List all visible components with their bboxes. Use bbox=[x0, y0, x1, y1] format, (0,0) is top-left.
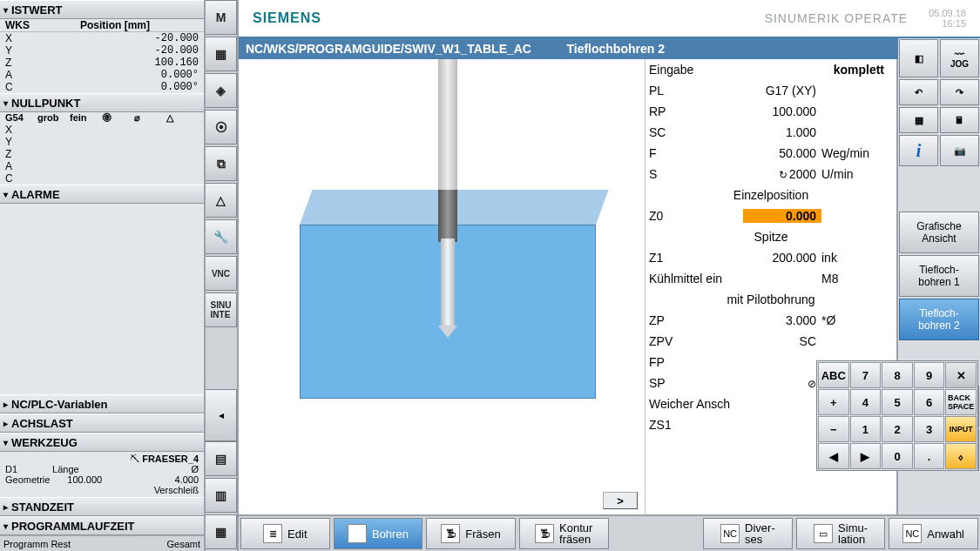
cycle-visualization: > bbox=[239, 59, 645, 514]
bottom-softkey[interactable]: ≣Edit bbox=[240, 518, 330, 549]
numeric-keypad: ABC789✕+456BACK SPACE−123INPUT◀▶0.⬨ bbox=[816, 360, 978, 471]
jog-button[interactable]: 〰JOG bbox=[940, 39, 979, 77]
keypad-key[interactable]: 6 bbox=[914, 389, 945, 415]
keypad-key[interactable]: . bbox=[914, 443, 945, 469]
keypad-key[interactable]: 8 bbox=[882, 362, 913, 388]
tool-button-10[interactable]: ▤ bbox=[206, 441, 237, 476]
keypad-key[interactable]: ◀ bbox=[818, 443, 849, 469]
top-bar: SIEMENS SINUMERIK OPERATE 05.09.1816:15 bbox=[239, 0, 980, 38]
keypad-key[interactable]: 9 bbox=[914, 362, 945, 388]
tool-button-1[interactable]: ▦ bbox=[206, 37, 237, 71]
form-row[interactable]: Einzelposition bbox=[645, 185, 896, 205]
bottom-softkey[interactable]: 🗜Kontur fräsen bbox=[519, 518, 609, 549]
keypad-key[interactable]: 2 bbox=[882, 416, 913, 442]
softkey bbox=[899, 168, 979, 210]
bottom-softkey[interactable]: ▭Simu- lation bbox=[796, 518, 886, 549]
program-path: NC/WKS/PROGRAMGUIDE/SWIV_W1_TABLE_AC bbox=[246, 42, 531, 56]
form-row[interactable]: ZP3.000*Ø bbox=[645, 310, 896, 331]
ncplc-header[interactable]: ▸NC/PLC-Variablen bbox=[0, 394, 204, 413]
tool-column: M▦◈⦿⧉△🔧VNCSINU INTE◂▤▥▦ bbox=[206, 0, 239, 551]
keypad-key[interactable]: 0 bbox=[882, 443, 913, 469]
form-row[interactable]: PLG17 (XY) bbox=[645, 80, 896, 101]
keypad-key[interactable]: ⬨ bbox=[945, 443, 977, 469]
form-row[interactable]: SC1.000 bbox=[645, 122, 896, 143]
tool-button-4[interactable]: ⧉ bbox=[206, 146, 237, 181]
form-row[interactable]: Spitze bbox=[645, 226, 896, 247]
form-row[interactable]: F50.000Weg/min bbox=[645, 143, 896, 164]
bottom-softkey[interactable]: NCAnwahl bbox=[889, 518, 978, 549]
calc-button[interactable]: 🖩 bbox=[940, 107, 979, 133]
left-panel: ▾ISTWERT WKSPosition [mm] X-20.000Y-20.0… bbox=[0, 0, 206, 551]
form-row[interactable]: Kühlmittel einM8 bbox=[645, 268, 896, 289]
axis-row: A0.000° bbox=[0, 69, 204, 81]
keypad-key[interactable]: 5 bbox=[882, 389, 913, 415]
keypad-key[interactable]: ABC bbox=[818, 362, 849, 388]
tool-button-0[interactable]: M bbox=[206, 0, 237, 35]
collapse-button[interactable]: ◂ bbox=[206, 389, 237, 441]
tool-button-6[interactable]: 🔧 bbox=[206, 219, 237, 254]
keypad-key[interactable]: ✕ bbox=[945, 362, 977, 388]
alarme-header[interactable]: ▾ALARME bbox=[0, 185, 204, 204]
werkzeug-header[interactable]: ▾WERKZEUG bbox=[0, 433, 204, 452]
tool-button-8[interactable]: SINU INTE bbox=[206, 292, 237, 327]
tool-button-5[interactable]: △ bbox=[206, 183, 237, 218]
tool-button-2[interactable]: ◈ bbox=[206, 73, 237, 108]
softkey[interactable]: Grafische Ansicht bbox=[899, 212, 979, 253]
bottom-softkey[interactable]: 🗜Fräsen bbox=[426, 518, 516, 549]
keypad-key[interactable]: − bbox=[818, 416, 849, 442]
nullpunkt-header[interactable]: ▾NULLPUNKT bbox=[0, 93, 204, 112]
keypad-key[interactable]: BACK SPACE bbox=[945, 389, 977, 415]
redo-button[interactable]: ↷ bbox=[940, 79, 979, 105]
tool-button-11[interactable]: ▥ bbox=[206, 478, 237, 513]
form-row[interactable]: RP100.000 bbox=[645, 101, 896, 122]
mode-button[interactable]: ◧ bbox=[899, 39, 938, 77]
achslast-header[interactable]: ▸ACHSLAST bbox=[0, 413, 204, 433]
keypad-key[interactable]: INPUT bbox=[945, 416, 977, 442]
axis-row: Y-20.000 bbox=[0, 44, 204, 57]
form-row[interactable]: mit Pilotbohrung bbox=[645, 289, 896, 310]
scroll-right-button[interactable]: > bbox=[603, 492, 638, 509]
keypad-key[interactable]: 1 bbox=[850, 416, 882, 442]
keypad-key[interactable]: + bbox=[818, 389, 849, 415]
cycle-title: Tieflochbohren 2 bbox=[566, 42, 665, 56]
axis-row: X-20.000 bbox=[0, 32, 204, 44]
bottom-softkeys: ≣Edit⛏Bohren🗜Fräsen🗜Kontur fräsenNCDiver… bbox=[239, 514, 980, 551]
softkey[interactable]: Tiefloch- bohren 1 bbox=[899, 255, 979, 297]
softkey[interactable]: Tiefloch- bohren 2 bbox=[899, 299, 979, 340]
bottom-softkey bbox=[612, 518, 700, 549]
bottom-softkey[interactable]: ⛏Bohren bbox=[334, 518, 423, 549]
keypad-key[interactable]: 3 bbox=[914, 416, 945, 442]
bottom-softkey[interactable]: NCDiver- ses bbox=[703, 518, 793, 549]
form-row[interactable]: S2000U/min bbox=[645, 164, 896, 185]
clock: 05.09.1816:15 bbox=[929, 8, 966, 29]
form-row[interactable]: ZPVSC bbox=[645, 331, 896, 352]
camera-button[interactable]: 📷 bbox=[940, 135, 979, 166]
istwert-header[interactable]: ▾ISTWERT bbox=[0, 0, 204, 19]
program-path-bar: NC/WKS/PROGRAMGUIDE/SWIV_W1_TABLE_AC Tie… bbox=[239, 38, 898, 59]
keypad-key[interactable]: ▶ bbox=[850, 443, 882, 469]
tool-button-12[interactable]: ▦ bbox=[206, 514, 237, 549]
info-button[interactable]: i bbox=[899, 135, 938, 166]
tool-button-7[interactable]: VNC bbox=[206, 256, 237, 291]
standzeit-header[interactable]: ▸STANDZEIT bbox=[0, 497, 204, 516]
axis-row: C0.000° bbox=[0, 81, 204, 93]
brand-logo: SIEMENS bbox=[253, 10, 321, 26]
keypad-key[interactable]: 7 bbox=[850, 362, 882, 388]
form-row[interactable]: Z00.000 bbox=[645, 205, 896, 226]
laufzeit-header[interactable]: ▾PROGRAMMLAUFZEIT bbox=[0, 516, 204, 535]
product-name: SINUMERIK OPERATE bbox=[765, 11, 909, 25]
keypad-key[interactable]: 4 bbox=[850, 389, 882, 415]
axis-row: Z100.160 bbox=[0, 57, 204, 69]
grid-button[interactable]: ▦ bbox=[899, 107, 938, 133]
form-row[interactable]: Eingabekomplett bbox=[645, 59, 896, 80]
undo-button[interactable]: ↶ bbox=[899, 79, 938, 105]
tool-button-3[interactable]: ⦿ bbox=[206, 110, 237, 144]
form-row[interactable]: Z1200.000ink bbox=[645, 247, 896, 268]
